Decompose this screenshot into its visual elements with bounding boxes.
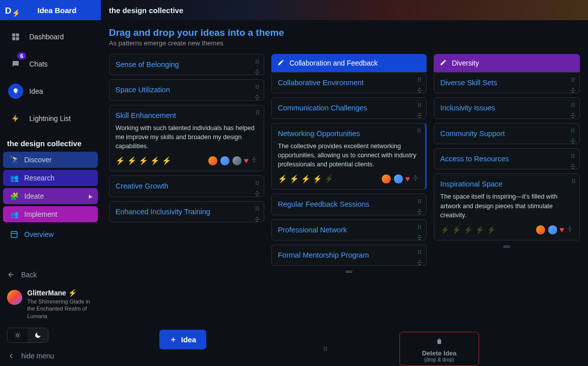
idea-card[interactable]: Inclusivity Issues: [434, 97, 580, 118]
delete-sub: (drop & drop): [404, 357, 475, 362]
drag-handle-icon[interactable]: [254, 83, 260, 92]
svg-point-70: [418, 252, 419, 253]
avatars: ♥: [381, 174, 420, 184]
expand-icon[interactable]: [254, 216, 261, 224]
hide-menu-button[interactable]: hide menu: [0, 346, 101, 366]
nav-idea[interactable]: Idea: [3, 79, 98, 104]
overview-label: Overview: [24, 230, 53, 238]
idea-card[interactable]: Diverse Skill Sets: [434, 72, 580, 93]
expand-icon[interactable]: [569, 87, 576, 96]
expand-icon[interactable]: [566, 225, 573, 234]
drag-handle-icon[interactable]: [255, 108, 261, 117]
back-button[interactable]: Back: [0, 266, 101, 284]
expand-icon[interactable]: [569, 112, 576, 121]
card-handles: [569, 127, 576, 147]
expand-icon[interactable]: [416, 234, 423, 243]
column-header[interactable]: Collaboration and Feedback: [271, 54, 427, 72]
idea-card[interactable]: Formal Mentorship Program: [271, 245, 427, 266]
page-subtitle: As patterns emerge create new themes: [109, 39, 580, 47]
drag-handle-icon[interactable]: [570, 127, 576, 136]
heart-icon[interactable]: ♥: [244, 156, 249, 165]
idea-card[interactable]: Regular Feedback Sessions: [271, 194, 427, 215]
card-title: Collaborative Environment: [278, 78, 420, 88]
idea-card[interactable]: Collaborative Environment: [271, 72, 427, 93]
idea-card[interactable]: Creative Growth: [109, 175, 264, 197]
svg-point-9: [258, 59, 259, 60]
nav-dashboard[interactable]: Dashboard: [3, 24, 98, 49]
drag-handle-icon[interactable]: [570, 101, 576, 110]
drag-handle-icon[interactable]: [254, 179, 260, 188]
users-icon: 👥: [8, 210, 20, 218]
drag-handle-icon[interactable]: [254, 57, 260, 67]
drag-handle-icon[interactable]: [254, 205, 260, 214]
add-idea-button[interactable]: ＋ Idea: [159, 330, 206, 349]
svg-point-21: [258, 110, 259, 111]
theme-dark-button[interactable]: [28, 328, 48, 342]
expand-icon[interactable]: [416, 87, 423, 96]
hide-menu-label: hide menu: [21, 352, 54, 360]
bolt-rating[interactable]: ⚡⚡⚡⚡⚡: [440, 225, 496, 234]
project-name: the design collective: [0, 133, 101, 152]
expand-icon[interactable]: [412, 174, 419, 184]
bolt-rating[interactable]: ⚡⚡⚡⚡⚡: [115, 156, 171, 165]
bolt-rating[interactable]: ⚡⚡⚡⚡⚡: [278, 174, 334, 184]
drag-handle-icon[interactable]: [416, 127, 422, 136]
expand-icon[interactable]: [569, 138, 576, 147]
expand-icon[interactable]: [254, 190, 261, 199]
column-header[interactable]: Diversity: [434, 54, 580, 72]
svg-point-79: [573, 79, 574, 80]
column-drag-bar[interactable]: [434, 242, 580, 250]
stage-implement[interactable]: 👥 Implement: [3, 206, 98, 222]
idea-card[interactable]: Enhanced Inclusivity Training: [109, 201, 264, 222]
stage-discover[interactable]: 🔭 Discover: [3, 152, 98, 168]
drag-handle-icon[interactable]: [570, 152, 576, 161]
nav-chats[interactable]: 6 Chats: [3, 51, 98, 77]
expand-icon[interactable]: [416, 112, 423, 121]
delete-drop-zone[interactable]: Delete Idea (drop & drop): [399, 332, 479, 366]
idea-card[interactable]: Space Utilization: [109, 79, 264, 100]
idea-card[interactable]: Sense of Belonging: [109, 54, 264, 75]
stage-research[interactable]: 👥 Research: [3, 170, 98, 186]
idea-card[interactable]: Networking OpportunitiesThe collective p…: [271, 123, 427, 190]
chevron-left-icon: [7, 352, 15, 360]
column-drag-bar[interactable]: [271, 268, 427, 275]
svg-point-47: [420, 104, 421, 105]
chats-badge: 6: [17, 52, 26, 59]
idea-card[interactable]: Access to Resources: [434, 148, 580, 169]
nav-lightning-list[interactable]: Lightning List: [3, 106, 98, 131]
idea-card[interactable]: Communication Challenges: [271, 97, 427, 118]
svg-point-28: [256, 182, 257, 184]
expand-icon[interactable]: [416, 208, 423, 217]
expand-icon[interactable]: [251, 156, 258, 165]
svg-point-49: [420, 106, 421, 107]
expand-icon[interactable]: [254, 69, 261, 78]
drag-handle-icon[interactable]: [417, 223, 423, 232]
drag-handle-icon[interactable]: [417, 197, 423, 206]
drag-handle-icon[interactable]: [322, 345, 328, 354]
theme-toggle: [7, 328, 48, 343]
expand-icon[interactable]: [569, 163, 576, 172]
heart-icon[interactable]: ♥: [560, 225, 565, 234]
overview-link[interactable]: Overview: [3, 226, 98, 242]
theme-light-button[interactable]: [8, 328, 28, 342]
user-avatar: [7, 290, 22, 305]
idea-card[interactable]: Professional Network: [271, 219, 427, 240]
idea-card[interactable]: Skill EnhancementWorking with such talen…: [109, 105, 264, 172]
svg-point-30: [256, 184, 257, 185]
expand-icon[interactable]: [254, 94, 261, 103]
idea-card[interactable]: Inspirational SpaceThe space itself is i…: [434, 173, 580, 240]
drag-handle-icon[interactable]: [570, 76, 576, 85]
expand-icon[interactable]: [416, 259, 423, 268]
heart-icon[interactable]: ♥: [405, 174, 410, 184]
drag-handle-icon[interactable]: [417, 248, 423, 257]
user-block[interactable]: GlitterMane ⚡ The Shimmering Glade in th…: [0, 284, 101, 325]
svg-point-62: [418, 225, 419, 226]
drag-handle-icon[interactable]: [417, 76, 423, 85]
drag-handle-icon[interactable]: [417, 101, 423, 110]
drag-handle-icon[interactable]: [570, 177, 576, 186]
idea-card[interactable]: Community Support: [434, 123, 580, 144]
stage-ideate[interactable]: 🧩 Ideate ▶: [3, 188, 98, 204]
svg-point-112: [324, 350, 325, 351]
svg-rect-106: [503, 246, 510, 246]
topbar: the design collective: [101, 0, 588, 20]
